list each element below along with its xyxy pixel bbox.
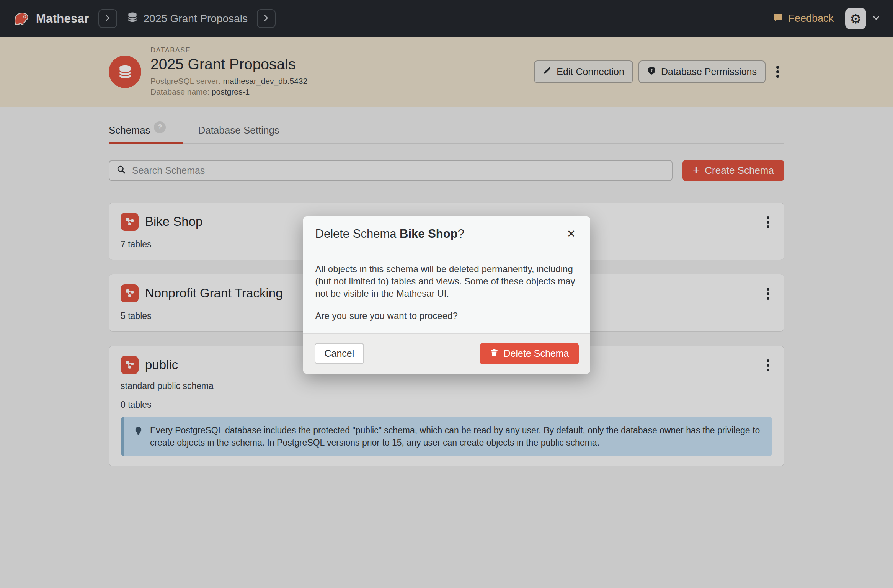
delete-schema-button[interactable]: Delete Schema (480, 343, 579, 364)
modal-body: All objects in this schema will be delet… (303, 252, 590, 333)
close-icon[interactable]: ✕ (565, 227, 578, 241)
modal-footer: Cancel Delete Schema (303, 333, 590, 374)
modal-title: Delete Schema Bike Shop? (315, 227, 464, 241)
delete-schema-button-label: Delete Schema (504, 348, 569, 359)
modal-confirm-question: Are you sure you want to proceed? (315, 310, 578, 322)
cancel-button[interactable]: Cancel (315, 343, 364, 364)
modal-title-schema-name: Bike Shop (400, 227, 458, 240)
modal-warning-text: All objects in this schema will be delet… (315, 263, 578, 300)
delete-schema-modal: Delete Schema Bike Shop? ✕ All objects i… (303, 216, 590, 374)
trash-icon (490, 348, 499, 359)
